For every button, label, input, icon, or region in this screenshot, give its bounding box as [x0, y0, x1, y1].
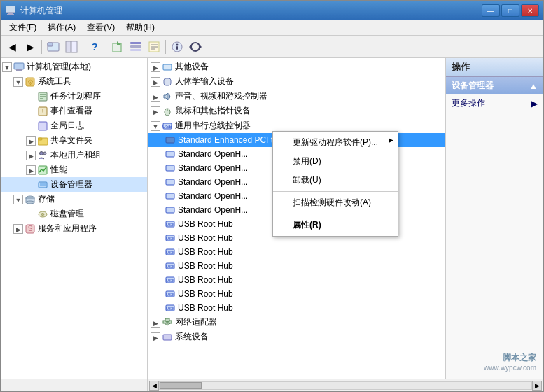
usb-hub7-label: USB Root Hub [178, 303, 445, 313]
svg-rect-6 [71, 41, 77, 52]
dev-usb-hub-7[interactable]: USB USB Root Hub [148, 301, 445, 315]
hid-toggle[interactable]: ▶ [151, 77, 160, 87]
sys-dev-toggle[interactable]: ▶ [151, 332, 160, 342]
tree-task-sched[interactable]: 任务计划程序 [1, 89, 147, 104]
sys-label: 系统工具 [38, 76, 147, 88]
tree-global-log[interactable]: 全局日志 [1, 118, 147, 133]
tree-storage[interactable]: ▼ 存储 [1, 192, 147, 206]
back-button[interactable]: ◀ [4, 38, 20, 55]
dev-audio[interactable]: ▶ 声音、视频和游戏控制器 [148, 89, 445, 104]
context-menu: 更新驱动程序软件(P)... 禁用(D) 卸载(U) 扫描检测硬件改动(A) 属… [272, 131, 398, 237]
sf-toggle[interactable]: ▶ [26, 136, 36, 146]
std-open1-icon [165, 148, 176, 160]
ctx-properties[interactable]: 属性(R) [273, 216, 398, 234]
stor-toggle[interactable]: ▼ [13, 195, 23, 204]
usb-hub5-icon: USB [165, 274, 176, 286]
scroll-left-btn[interactable]: ◀ [149, 381, 159, 391]
bottom-scrollbar[interactable]: ◀ ▶ [1, 379, 543, 391]
show-hide-button[interactable] [63, 38, 80, 55]
perf-icon [37, 164, 48, 176]
svg-text:USB: USB [166, 251, 174, 255]
perf-label: 性能 [50, 164, 147, 176]
view-list-button[interactable] [127, 38, 144, 55]
ops-devmgr-arrow: ▲ [529, 81, 538, 91]
svc-toggle[interactable]: ▶ [13, 224, 23, 234]
watermark-line2: www.wypcw.com [484, 364, 536, 372]
lu-toggle[interactable]: ▶ [26, 150, 36, 160]
maximize-button[interactable]: □ [501, 4, 519, 17]
dev-usb-hub-4[interactable]: USB USB Root Hub [148, 259, 445, 273]
usb-hub4-label: USB Root Hub [178, 261, 445, 271]
ops-header: 操作 [446, 58, 543, 77]
task-label: 任务计划程序 [50, 90, 147, 102]
dev-mouse[interactable]: ▶ 鼠标和其他指针设备 [148, 104, 445, 118]
svg-rect-22 [16, 69, 22, 71]
svg-text:USB: USB [166, 279, 174, 283]
tree-device-mgr[interactable]: 设备管理器 [1, 177, 147, 192]
tree-performance[interactable]: ▶ 性能 [1, 162, 147, 177]
ctx-sep-2 [273, 214, 398, 214]
menu-file[interactable]: 文件(F) [4, 20, 42, 35]
tree-event-viewer[interactable]: ! 事件查看器 [1, 104, 147, 118]
usb-ctrl-toggle[interactable]: ▼ [151, 121, 160, 131]
dev-sys[interactable]: ▶ 系统设备 [148, 330, 445, 344]
export-button[interactable] [109, 38, 126, 55]
dev-usb-hub-6[interactable]: USB USB Root Hub [148, 287, 445, 301]
mouse-toggle[interactable]: ▶ [151, 106, 160, 116]
scroll-thumb[interactable] [160, 382, 202, 389]
dev-usb-hub-5[interactable]: USB USB Root Hub [148, 273, 445, 287]
extra-button[interactable] [169, 38, 186, 55]
std-open4-icon [165, 190, 176, 202]
audio-toggle[interactable]: ▶ [151, 92, 160, 102]
sys-toggle[interactable]: ▼ [13, 77, 23, 87]
folder-icon [37, 135, 48, 146]
ctx-scan-hardware[interactable]: 扫描检测硬件改动(A) [273, 193, 398, 212]
tree-disk-mgmt[interactable]: 磁盘管理 [1, 206, 147, 221]
toolbar-sep-3 [106, 40, 106, 54]
tree-system-tools[interactable]: ▼ ⚙ 系统工具 [1, 74, 147, 89]
menu-action[interactable]: 操作(A) [42, 20, 81, 35]
help-button[interactable]: ? [86, 38, 103, 55]
svg-rect-4 [48, 43, 53, 46]
dev-usb-hub-3[interactable]: USB USB Root Hub [148, 245, 445, 259]
dev-network[interactable]: ▶ 网络适配器 [148, 315, 445, 330]
tree-local-users[interactable]: ▶ 本地用户和组 [1, 148, 147, 162]
dev-hid[interactable]: ▶ 人体学输入设备 [148, 74, 445, 89]
tree-shared-folder[interactable]: ▶ 共享文件夹 [1, 133, 147, 148]
svg-point-35 [40, 151, 43, 155]
svg-rect-58 [166, 207, 174, 213]
up-button[interactable] [45, 38, 62, 55]
event-label: 事件查看器 [50, 105, 147, 117]
menu-view[interactable]: 查看(V) [81, 20, 120, 35]
usb-hub4-icon: USB [165, 260, 176, 272]
menu-help[interactable]: 帮助(H) [120, 20, 160, 35]
perf-toggle[interactable]: ▶ [26, 165, 36, 175]
net-toggle[interactable]: ▶ [151, 318, 160, 328]
tree-services[interactable]: ▶ S 服务和应用程序 [1, 221, 147, 236]
ctx-disable[interactable]: 禁用(D) [273, 152, 398, 171]
minimize-button[interactable]: — [482, 4, 500, 17]
scroll-right-btn[interactable]: ▶ [532, 381, 542, 391]
ctx-uninstall[interactable]: 卸载(U) [273, 171, 398, 190]
ctx-update-driver[interactable]: 更新驱动程序软件(P)... [273, 133, 398, 152]
std-open5-icon [165, 204, 176, 216]
properties-button[interactable] [146, 38, 162, 55]
svg-rect-56 [166, 179, 174, 185]
lu-label: 本地用户和组 [50, 149, 147, 161]
refresh-button[interactable] [187, 38, 204, 55]
left-tree-panel[interactable]: ▼ 计算机管理(本地) ▼ ⚙ [1, 58, 148, 379]
ops-device-mgr[interactable]: 设备管理器 ▲ [446, 77, 543, 94]
tree-root[interactable]: ▼ 计算机管理(本地) [1, 59, 147, 74]
svg-rect-5 [66, 41, 71, 52]
close-button[interactable]: ✕ [521, 4, 539, 17]
dev-other[interactable]: ▶ 其他设备 [148, 59, 445, 74]
ops-more-actions[interactable]: 更多操作 ▶ [446, 94, 543, 112]
root-toggle[interactable]: ▼ [2, 62, 12, 72]
usb-ctrl-label: 通用串行总线控制器 [175, 120, 445, 132]
usb-hub6-label: USB Root Hub [178, 289, 445, 299]
usb-hub2-icon: USB [165, 232, 176, 244]
sf-label: 共享文件夹 [50, 134, 147, 146]
other-toggle[interactable]: ▶ [151, 62, 160, 72]
forward-button[interactable]: ▶ [22, 38, 39, 55]
svg-rect-1 [8, 13, 13, 14]
